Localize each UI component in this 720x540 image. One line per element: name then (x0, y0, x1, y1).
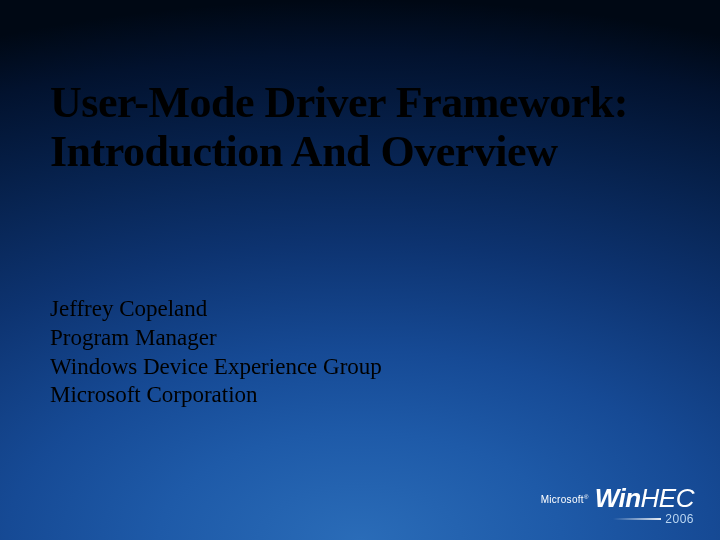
speaker-company: Microsoft Corporation (50, 381, 382, 410)
speaker-role: Program Manager (50, 324, 382, 353)
speaker-group: Windows Device Experience Group (50, 353, 382, 382)
logo-top-row: Microsoft® WinHEC (541, 487, 694, 510)
logo-year-row: 2006 (613, 512, 694, 526)
microsoft-label: Microsoft® (541, 494, 589, 505)
event-year: 2006 (665, 512, 694, 526)
event-logo: Microsoft® WinHEC 2006 (541, 487, 694, 526)
speaker-name: Jeffrey Copeland (50, 295, 382, 324)
winhec-label: WinHEC (595, 487, 694, 510)
slide-title: User-Mode Driver Framework: Introduction… (50, 78, 670, 177)
speaker-details: Jeffrey Copeland Program Manager Windows… (50, 295, 382, 410)
logo-divider (613, 518, 661, 520)
